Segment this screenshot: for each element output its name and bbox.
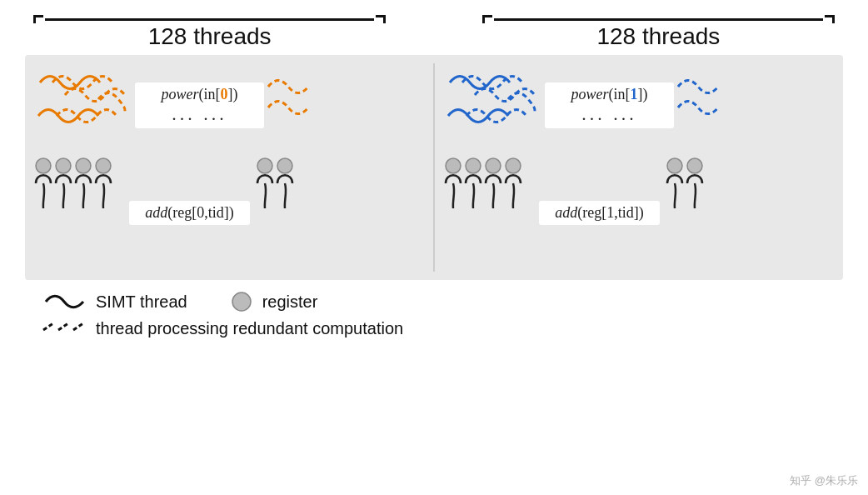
svg-point-4 [257, 158, 272, 173]
left-func-name: power [162, 86, 199, 102]
svg-point-11 [687, 158, 702, 173]
section-divider [433, 63, 435, 272]
svg-point-6 [446, 158, 461, 173]
left-bracket-group: 128 threads [33, 15, 386, 50]
left-add-label: add(reg[0,tid]) [145, 204, 233, 222]
left-add-func: add [145, 204, 167, 221]
right-function-label: power(in[1]) [571, 86, 648, 103]
left-persons-svg-2 [253, 154, 307, 225]
left-orange-waves-right-svg [264, 66, 310, 145]
svg-point-7 [466, 158, 481, 173]
left-add-label-box: add(reg[0,tid]) [129, 201, 250, 225]
diagram-box: power(in[0]) ... ... [25, 55, 843, 280]
legend-simt: SIMT thread [42, 290, 187, 313]
left-orange-waves-svg [32, 66, 132, 145]
main-container: 128 threads 128 threads [0, 0, 868, 495]
right-add-label: add(reg[1,tid]) [555, 204, 643, 222]
left-bracket-h-line [45, 18, 374, 21]
svg-line-14 [58, 323, 68, 330]
right-bracket-group: 128 threads [482, 15, 835, 50]
left-function-label: power(in[0]) [162, 86, 238, 103]
right-bracket-label: 128 threads [596, 23, 720, 50]
svg-line-13 [43, 323, 53, 330]
right-add-func: add [555, 204, 577, 221]
svg-point-3 [96, 158, 111, 173]
right-label-box: power(in[1]) ... ... [545, 82, 674, 128]
svg-point-12 [232, 292, 251, 311]
svg-point-9 [506, 158, 521, 173]
legend-register-icon [229, 290, 254, 313]
right-func-name: power [571, 86, 609, 102]
legend-row-2: thread processing redundant computation [25, 317, 843, 340]
legend-simt-icon [42, 290, 87, 313]
left-bracket-corner-right [376, 15, 386, 23]
legend-redundant-icon [42, 317, 87, 340]
legend-row: SIMT thread register [25, 290, 843, 313]
legend-simt-label: SIMT thread [96, 292, 187, 312]
svg-point-0 [36, 158, 51, 173]
legend-redundant-label: thread processing redundant computation [96, 319, 403, 338]
right-persons-row: add(reg[1,tid]) [441, 150, 836, 225]
right-waves-row: power(in[1]) ... ... [441, 63, 836, 147]
right-add-label-box: add(reg[1,tid]) [539, 201, 660, 225]
left-add-arg: (reg[0,tid]) [167, 204, 233, 221]
left-bracket-line [33, 15, 386, 23]
right-dots: ... ... [581, 103, 637, 125]
right-bracket-line [482, 15, 835, 23]
right-persons-svg-2 [663, 154, 717, 225]
right-bracket-corner-right [825, 15, 835, 23]
left-persons-svg-1 [32, 154, 127, 225]
svg-line-15 [73, 323, 83, 330]
bracket-row: 128 threads 128 threads [25, 15, 843, 50]
left-section: power(in[0]) ... ... [32, 63, 427, 272]
right-func-open-paren: (in[ [609, 86, 631, 102]
legend-register: register [229, 290, 318, 313]
right-bracket-corner-left [482, 15, 492, 23]
legend-redundant: thread processing redundant computation [42, 317, 403, 340]
left-bracket-corner-left [33, 15, 43, 23]
right-section: power(in[1]) ... ... [441, 63, 836, 272]
left-waves-row: power(in[0]) ... ... [32, 63, 427, 147]
left-bracket-label: 128 threads [148, 23, 272, 50]
svg-point-2 [76, 158, 91, 173]
right-blue-waves-right-svg [674, 66, 720, 145]
svg-point-10 [667, 158, 682, 173]
left-func-close: ]) [228, 86, 238, 102]
svg-point-1 [56, 158, 71, 173]
right-persons-svg-1 [441, 154, 537, 225]
left-label-box: power(in[0]) ... ... [135, 82, 264, 128]
svg-point-5 [277, 158, 292, 173]
right-func-close: ]) [638, 86, 648, 102]
right-blue-waves-svg [441, 66, 541, 145]
watermark: 知乎 @朱乐乐 [790, 473, 858, 488]
left-func-open-paren: (in[ [199, 86, 221, 102]
svg-point-8 [486, 158, 501, 173]
right-bracket-h-line [494, 18, 823, 21]
left-func-index: 0 [221, 86, 228, 102]
legend-register-label: register [262, 292, 318, 312]
right-func-index: 1 [631, 86, 638, 102]
left-dots: ... ... [172, 103, 227, 125]
left-persons-row: add(reg[0,tid]) [32, 150, 427, 225]
right-add-arg: (reg[1,tid]) [577, 204, 643, 221]
